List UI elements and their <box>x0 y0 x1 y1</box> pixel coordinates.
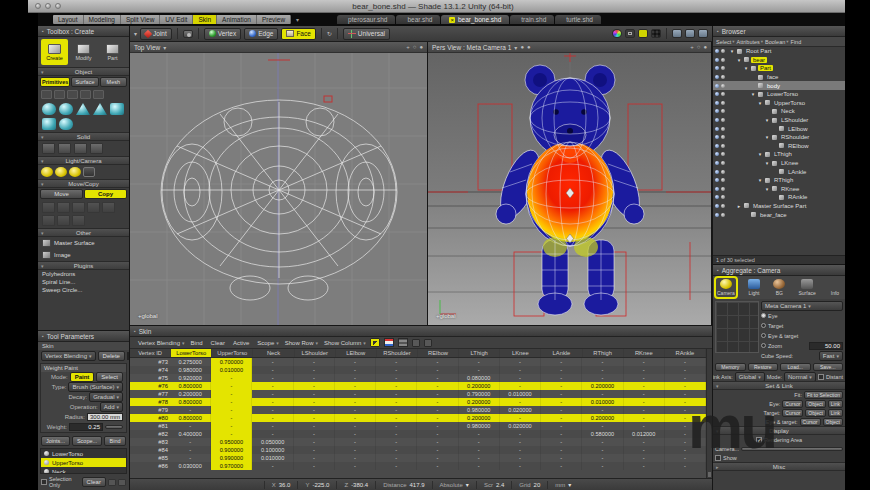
footer-mini-button-2[interactable] <box>118 479 126 486</box>
universal-manipulator-button[interactable]: Universal <box>343 28 390 40</box>
weight-cell[interactable]: - <box>500 382 541 390</box>
clear-button[interactable]: Clear <box>82 477 106 487</box>
joint-mode-button[interactable]: Joint <box>140 28 172 40</box>
weight-cell[interactable]: - <box>252 366 293 374</box>
weight-cell[interactable]: - <box>665 358 706 366</box>
weight-cell[interactable]: - <box>500 414 541 422</box>
weight-cell[interactable]: - <box>624 454 665 462</box>
skin-toolbar-button[interactable]: Show Column ▾ <box>324 340 366 346</box>
skin-table-row[interactable]: #82 0.400000---------0.5800000.012000- <box>130 430 706 438</box>
visibility-eye-icon[interactable] <box>715 109 719 113</box>
weight-cell[interactable]: - <box>252 414 293 422</box>
tree-expander-icon[interactable]: ▾ <box>764 117 770 123</box>
weight-cell[interactable]: - <box>582 422 623 430</box>
aggregate-tab[interactable]: Light <box>747 278 761 297</box>
vertex-id-cell[interactable]: #74 <box>130 366 170 374</box>
workspace-tab[interactable]: UV Edit <box>160 15 193 24</box>
render-flag-icon[interactable] <box>721 178 725 182</box>
tree-item-label[interactable]: Part <box>758 65 773 71</box>
weight-cell[interactable]: - <box>294 358 335 366</box>
rotate-copy-icon[interactable] <box>72 215 85 226</box>
weight-cell[interactable]: - <box>335 398 376 406</box>
paint-mode-button[interactable]: Paint <box>70 372 95 382</box>
tree-expander-icon[interactable]: ▾ <box>757 151 763 157</box>
refresh-icon[interactable] <box>424 339 432 347</box>
tree-row[interactable]: ▾ LowerTorso <box>713 90 845 99</box>
eye-target-object-button[interactable]: Object <box>823 418 843 426</box>
target-object-button[interactable]: Object <box>805 409 825 417</box>
weight-cell[interactable]: - <box>624 390 665 398</box>
tree-item-label[interactable]: Root Part <box>744 48 773 54</box>
weight-cell[interactable]: - <box>624 398 665 406</box>
weight-cell[interactable]: - <box>335 366 376 374</box>
weight-cell[interactable]: - <box>376 358 417 366</box>
weight-cell[interactable]: - <box>624 406 665 414</box>
tree-item-label[interactable]: RKnee <box>779 186 801 192</box>
weight-cell[interactable]: 0.980000 <box>170 366 211 374</box>
weight-cell[interactable]: - <box>335 438 376 446</box>
visibility-eye-icon[interactable] <box>715 170 719 174</box>
target-radio[interactable] <box>761 323 766 328</box>
skin-column-header[interactable]: Neck <box>253 349 294 357</box>
eye-cursor-button[interactable]: Cursor <box>782 400 803 408</box>
vertex-blending-dropdown[interactable]: Vertex Blending ▾ <box>41 351 96 361</box>
weight-cell[interactable]: - <box>211 414 252 422</box>
vertex-id-cell[interactable]: #77 <box>130 390 170 398</box>
point-light-icon[interactable] <box>41 167 53 177</box>
weight-cell[interactable]: - <box>624 358 665 366</box>
skin-table-row[interactable]: #73 0.2750000.700000----------- <box>130 358 706 366</box>
skin-column-header[interactable]: LThigh <box>459 349 500 357</box>
weight-cell[interactable]: - <box>335 358 376 366</box>
tree-row[interactable]: ▾ Root Part <box>713 47 845 56</box>
display-camera-slider[interactable] <box>741 447 843 451</box>
weight-cell[interactable]: - <box>170 422 211 430</box>
tree-row[interactable]: LAnkle <box>713 167 845 176</box>
skin-table-row[interactable]: #79 -------0.9800000.020000---- <box>130 406 706 414</box>
tree-item-label[interactable]: LShoulder <box>779 117 810 123</box>
skin-toolbar-button[interactable]: Vertex Blending ▾ <box>138 340 185 346</box>
skin-table-row[interactable]: #83 -0.9500000.050000---------- <box>130 438 706 446</box>
skin-table-row[interactable]: #81 -------0.9800000.020000---- <box>130 422 706 430</box>
weight-cell[interactable]: - <box>294 406 335 414</box>
vertex-mode-button[interactable]: Vertex <box>204 28 241 40</box>
weight-cell[interactable]: - <box>582 462 623 470</box>
weight-cell[interactable]: - <box>170 406 211 414</box>
weight-cell[interactable]: - <box>582 454 623 462</box>
cone-primitive-icon[interactable] <box>76 103 90 115</box>
weight-cell[interactable]: - <box>252 462 293 470</box>
weight-cell[interactable]: - <box>500 430 541 438</box>
weight-cell[interactable]: - <box>335 454 376 462</box>
skin-column-header[interactable]: RShoulder <box>377 349 418 357</box>
status-field-value[interactable]: -225.0 <box>312 482 329 488</box>
weight-cell[interactable]: - <box>211 430 252 438</box>
status-field-value[interactable]: 20 <box>534 482 541 488</box>
weight-cell[interactable]: - <box>376 406 417 414</box>
viewport-zoom-in-icon[interactable]: + <box>690 44 694 50</box>
line-tool-icon[interactable] <box>41 90 52 99</box>
render-flag-icon[interactable] <box>721 187 725 191</box>
link-axis-dropdown[interactable]: Global ▾ <box>735 372 765 382</box>
joint-list-item[interactable]: UpperTorso <box>41 458 126 467</box>
tree-item-label[interactable]: RElbow <box>786 143 811 149</box>
weight-cell[interactable]: - <box>252 358 293 366</box>
master-surface-item[interactable]: Master Surface <box>38 237 129 249</box>
skin-column-header[interactable]: LAnkle <box>541 349 582 357</box>
weight-cell[interactable]: 0.200000 <box>170 390 211 398</box>
arc-tool-icon[interactable] <box>67 90 78 99</box>
aggregate-tab[interactable]: BG <box>772 278 786 297</box>
weight-cell[interactable]: - <box>459 454 500 462</box>
weight-cell[interactable]: 0.900000 <box>211 446 252 454</box>
render-flag-icon[interactable] <box>721 101 725 105</box>
weight-cell[interactable]: - <box>294 374 335 382</box>
skin-table-scrollbar[interactable] <box>706 349 712 478</box>
weight-cell[interactable]: 0.080000 <box>459 374 500 382</box>
vertex-id-cell[interactable]: #73 <box>130 358 170 366</box>
weight-cell[interactable]: - <box>500 454 541 462</box>
vertex-id-cell[interactable]: #82 <box>130 430 170 438</box>
document-tab[interactable]: pterosaur.shd <box>337 15 395 24</box>
weight-cell[interactable]: 0.010000 <box>252 454 293 462</box>
tree-item-label[interactable]: bear <box>751 57 767 63</box>
tree-row[interactable]: LElbow <box>713 124 845 133</box>
weight-cell[interactable]: - <box>252 406 293 414</box>
status-field-value[interactable]: 417.9 <box>409 482 424 488</box>
